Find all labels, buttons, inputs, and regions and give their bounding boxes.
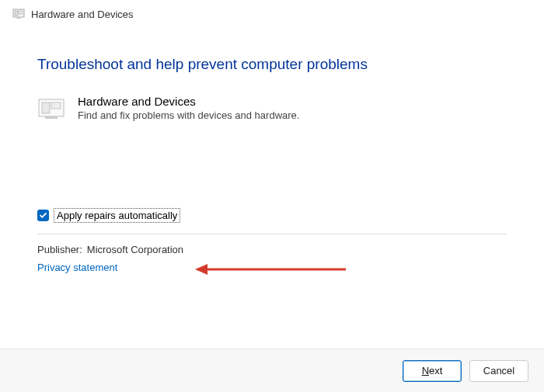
next-button-rest: ext	[429, 365, 442, 376]
apply-repairs-label[interactable]: Apply repairs automatically	[54, 208, 180, 223]
titlebar-title: Hardware and Devices	[31, 9, 134, 20]
troubleshooter-desc: Find and fix problems with devices and h…	[78, 109, 299, 121]
publisher-value: Microsoft Corporation	[87, 244, 183, 255]
svg-rect-3	[16, 17, 21, 19]
svg-rect-5	[42, 102, 50, 113]
svg-rect-2	[19, 11, 23, 14]
device-icon	[37, 95, 65, 123]
separator	[37, 234, 507, 234]
svg-rect-7	[45, 116, 58, 119]
apply-repairs-row: Apply repairs automatically	[37, 208, 507, 223]
publisher-label: Publisher:	[37, 244, 82, 255]
content-area: Troubleshoot and help prevent computer p…	[0, 25, 544, 273]
page-heading: Troubleshoot and help prevent computer p…	[37, 56, 507, 73]
privacy-statement-link[interactable]: Privacy statement	[37, 262, 507, 273]
publisher-row: Publisher:Microsoft Corporation	[37, 244, 507, 255]
next-button[interactable]: Next	[403, 360, 462, 382]
footer: Next Cancel	[0, 349, 544, 392]
troubleshooter-text: Hardware and Devices Find and fix proble…	[78, 95, 299, 121]
svg-rect-6	[51, 102, 61, 109]
troubleshooter-item: Hardware and Devices Find and fix proble…	[37, 95, 507, 123]
troubleshooter-title: Hardware and Devices	[78, 95, 299, 108]
cancel-button[interactable]: Cancel	[469, 360, 528, 382]
titlebar: Hardware and Devices	[0, 0, 544, 25]
apply-repairs-checkbox[interactable]	[37, 210, 49, 221]
next-button-accesskey: N	[422, 365, 429, 376]
svg-rect-1	[15, 11, 18, 16]
hardware-icon	[12, 8, 25, 20]
